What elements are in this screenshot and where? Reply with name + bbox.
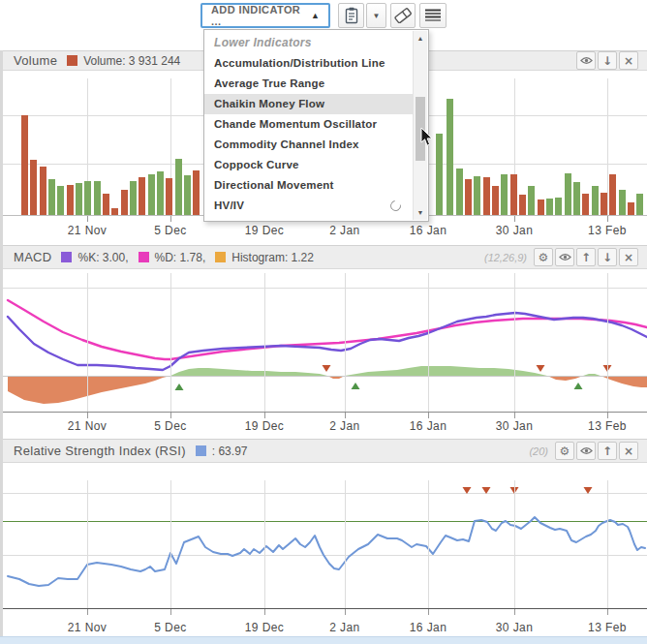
eraser-icon [394,8,412,23]
legend-swatch [196,445,206,456]
scroll-down-button[interactable]: ▼ [414,205,427,220]
close-button[interactable]: × [619,248,638,266]
svg-text:16 Jan: 16 Jan [410,224,447,237]
close-button[interactable]: × [619,51,638,70]
svg-text:16 Jan: 16 Jan [410,621,447,634]
svg-text:19 Dec: 19 Dec [245,419,284,433]
svg-text:2 Jan: 2 Jan [329,419,359,433]
close-button[interactable]: × [619,442,638,460]
indicator-option[interactable]: Average True Range [204,74,413,94]
panel-title: Volume [14,53,57,68]
clipboard-icon [344,7,359,24]
svg-text:13 Feb: 13 Feb [588,224,627,237]
templates-dropdown-button[interactable]: ▼ [366,3,386,28]
svg-text:2 Jan: 2 Jan [329,621,359,634]
dropdown-scrollbar[interactable]: ▲ ▼ [413,31,427,220]
macd-panel-header: MACD %K: 3.00, %D: 1.78, Histogram: 1.22… [0,245,647,269]
svg-text:30 Jan: 30 Jan [496,621,533,634]
scroll-up-button[interactable]: ▲ [414,31,427,46]
indicator-option[interactable]: Coppock Curve [204,155,413,175]
remove-indicators-button[interactable] [390,3,416,28]
svg-text:5 Dec: 5 Dec [154,224,186,237]
dropdown-group-header: Lower Indicators [204,33,413,53]
eye-icon [580,56,593,65]
indicator-list: Lower Indicators Accumulation/Distributi… [204,33,413,216]
indicator-option[interactable]: Commodity Channel Index [204,135,413,155]
svg-text:21 Nov: 21 Nov [68,224,107,237]
legend-swatch [139,252,149,262]
move-down-button[interactable]: ↓ [598,51,617,70]
indicator-option[interactable]: Chande Momentum Oscillator [204,114,413,135]
settings-button[interactable]: ⚙ [555,442,574,460]
add-indicator-label: ADD INDICATOR ... [211,4,311,27]
svg-text:19 Dec: 19 Dec [245,621,284,634]
left-edge-strip [0,50,3,636]
eye-icon [580,446,593,455]
legend-value: Volume: 3 931 244 [83,54,180,68]
legend-value: Histogram: 1.22 [231,251,314,264]
indicator-templates-button[interactable] [338,3,364,28]
legend-value: %D: 1.78, [155,251,206,264]
indicator-option[interactable]: Directional Movement [204,175,413,196]
svg-text:16 Jan: 16 Jan [410,419,447,433]
visibility-button[interactable] [576,442,596,460]
svg-text:19 Dec: 19 Dec [245,224,284,237]
indicator-params: (12,26,9) [484,252,527,263]
legend-swatch [67,55,77,66]
legend-value: : 63.97 [212,445,248,458]
visibility-button[interactable] [576,51,596,70]
svg-text:13 Feb: 13 Feb [588,419,627,433]
settings-button[interactable]: ⚙ [534,248,553,266]
visibility-button[interactable] [555,248,574,266]
dropdown-arrow-icon: ▼ [373,12,381,20]
rsi-chart: 21 Nov5 Dec19 Dec2 Jan16 Jan30 Jan13 Feb [0,463,647,636]
panel-layout-button[interactable] [419,3,447,28]
svg-text:21 Nov: 21 Nov [68,621,107,634]
svg-text:13 Feb: 13 Feb [588,621,627,634]
loading-spinner-icon [388,199,403,213]
eye-icon [559,253,571,261]
macd-chart: 21 Nov5 Dec19 Dec2 Jan16 Jan30 Jan13 Feb [0,269,647,439]
indicator-option[interactable]: Accumulation/Distribution Line [204,53,413,74]
svg-text:5 Dec: 5 Dec [154,621,186,634]
svg-text:5 Dec: 5 Dec [154,419,186,433]
legend-swatch [215,252,226,262]
svg-text:2 Jan: 2 Jan [329,224,359,237]
add-indicator-button[interactable]: ADD INDICATOR ... ▲ [200,3,330,28]
svg-text:30 Jan: 30 Jan [496,419,533,433]
legend-swatch [61,252,72,262]
bottom-strip [0,636,647,644]
rsi-panel-header: Relative Strength Index (RSI) : 63.97 (2… [0,439,647,463]
indicator-option[interactable]: HV/IV [204,196,413,216]
collapse-icon: ▲ [311,11,320,20]
indicator-params: (20) [529,445,548,457]
move-up-button[interactable]: ↑ [576,248,596,266]
panel-title: Relative Strength Index (RSI) [14,444,186,458]
svg-text:21 Nov: 21 Nov [68,419,107,433]
indicator-dropdown: Lower Indicators Accumulation/Distributi… [203,29,429,222]
panel-title: MACD [14,250,51,264]
move-down-button[interactable]: ↓ [598,248,617,266]
scrollbar-thumb[interactable] [416,97,425,161]
legend-value: %K: 3.00, [77,251,128,264]
indicator-option[interactable]: Chaikin Money Flow [204,94,413,114]
toolbar: ADD INDICATOR ... ▲ ▼ [0,0,647,31]
svg-text:30 Jan: 30 Jan [496,224,533,237]
lines-icon [425,9,441,22]
move-up-button[interactable]: ↑ [598,442,617,460]
